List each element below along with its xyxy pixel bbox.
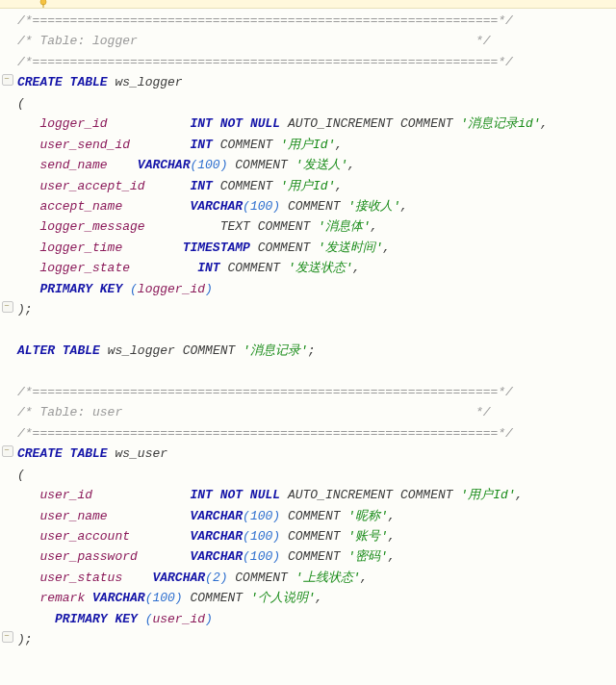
kw-varchar: VARCHAR bbox=[152, 571, 205, 585]
table-name: ws_user bbox=[115, 446, 167, 461]
kw-comment: COMMENT bbox=[183, 343, 236, 358]
table-name: ws_logger bbox=[108, 343, 175, 358]
num-2: 2 bbox=[213, 571, 220, 585]
col-logger-state: logger_state bbox=[39, 261, 130, 275]
kw-comment: COMMENT bbox=[235, 571, 288, 585]
str-msgid: '消息记录id' bbox=[460, 116, 540, 131]
kw-comment: COMMENT bbox=[258, 241, 311, 255]
kw-varchar: VARCHAR bbox=[92, 591, 145, 605]
kw-varchar: VARCHAR bbox=[138, 158, 191, 172]
kw-comment: COMMENT bbox=[220, 179, 273, 193]
kw-int: INT bbox=[190, 116, 212, 131]
kw-varchar: VARCHAR bbox=[190, 199, 243, 214]
kw-primary: PRIMARY KEY bbox=[55, 612, 138, 626]
kw-int: INT bbox=[197, 261, 219, 275]
kw-text: TEXT bbox=[220, 219, 250, 234]
kw-comment: COMMENT bbox=[190, 591, 243, 605]
divider-comment: /*======================================… bbox=[17, 385, 513, 399]
fold-icon[interactable] bbox=[2, 631, 13, 643]
divider-comment: /*======================================… bbox=[17, 55, 513, 69]
col-user-status: user_status bbox=[39, 571, 122, 585]
num-100: 100 bbox=[250, 549, 272, 564]
kw-comment: COMMENT bbox=[220, 138, 273, 152]
str-table-comment: '消息记录' bbox=[243, 343, 308, 358]
str-receiver: '接收人' bbox=[347, 199, 400, 214]
str-acct: '账号' bbox=[347, 529, 388, 544]
code-editor[interactable]: /*======================================… bbox=[0, 9, 616, 658]
col-logger-time: logger_time bbox=[39, 241, 122, 255]
kw-varchar: VARCHAR bbox=[190, 529, 243, 544]
paren-close: ); bbox=[17, 632, 33, 647]
kw-autoinc: AUTO_INCREMENT bbox=[288, 488, 393, 502]
kw-comment: COMMENT bbox=[288, 509, 341, 523]
kw-comment: COMMENT bbox=[288, 549, 341, 564]
kw-int: INT bbox=[190, 179, 212, 193]
kw-int: INT bbox=[190, 488, 212, 502]
col-accept-name: accept_name bbox=[39, 199, 122, 214]
col-logger-id: logger_id bbox=[39, 116, 107, 131]
kw-comment: COMMENT bbox=[258, 219, 311, 234]
num-100: 100 bbox=[250, 199, 272, 214]
kw-autoinc: AUTO_INCREMENT bbox=[288, 116, 393, 131]
kw-comment: COMMENT bbox=[235, 158, 288, 172]
pk-col: user_id bbox=[152, 612, 205, 626]
str-userid: '用户Id' bbox=[460, 488, 515, 502]
kw-comment: COMMENT bbox=[400, 116, 453, 131]
kw-varchar: VARCHAR bbox=[190, 509, 243, 523]
col-logger-msg: logger_message bbox=[39, 219, 144, 234]
divider-comment: /*======================================… bbox=[17, 426, 513, 441]
keyword-create: CREATE TABLE bbox=[17, 446, 108, 461]
str-sendstate: '发送状态' bbox=[288, 261, 353, 275]
editor-top-bar bbox=[0, 0, 616, 9]
str-pwd: '密码' bbox=[347, 549, 388, 564]
col-user-accept: user_accept_id bbox=[39, 179, 144, 193]
kw-varchar: VARCHAR bbox=[190, 549, 243, 564]
num-100: 100 bbox=[250, 529, 272, 544]
table-name: ws_logger bbox=[115, 75, 182, 89]
col-user-name: user_name bbox=[39, 509, 107, 523]
str-userid2: '用户Id' bbox=[280, 179, 335, 193]
paren-close: ); bbox=[17, 302, 33, 317]
table-comment: /* Table: user */ bbox=[17, 405, 490, 419]
fold-icon[interactable] bbox=[2, 74, 13, 86]
num-100: 100 bbox=[152, 591, 174, 605]
pk-col: logger_id bbox=[138, 282, 205, 296]
str-userid: '用户Id' bbox=[280, 138, 335, 152]
str-remark: '个人说明' bbox=[250, 591, 316, 605]
kw-notnull: NOT NULL bbox=[220, 488, 280, 502]
col-user-password: user_password bbox=[39, 549, 137, 564]
col-user-send: user_send_id bbox=[39, 138, 130, 152]
kw-primary: PRIMARY KEY bbox=[39, 282, 122, 296]
str-msgbody: '消息体' bbox=[318, 219, 371, 234]
num-100: 100 bbox=[250, 509, 272, 523]
str-sendtime: '发送时间' bbox=[318, 241, 383, 255]
kw-int: INT bbox=[190, 138, 212, 152]
kw-comment: COMMENT bbox=[400, 488, 453, 502]
col-remark: remark bbox=[39, 591, 85, 605]
str-status: '上线状态' bbox=[295, 571, 361, 585]
table-comment: /* Table: logger */ bbox=[17, 34, 490, 48]
kw-comment: COMMENT bbox=[227, 261, 280, 275]
keyword-create: CREATE TABLE bbox=[17, 75, 108, 89]
kw-notnull: NOT NULL bbox=[220, 116, 280, 131]
fold-icon[interactable] bbox=[2, 301, 13, 313]
col-user-account: user_account bbox=[39, 529, 130, 544]
paren-open: ( bbox=[17, 96, 25, 111]
kw-comment: COMMENT bbox=[288, 529, 341, 544]
str-sender: '发送人' bbox=[295, 158, 348, 172]
num-100: 100 bbox=[197, 158, 219, 172]
pin-icon bbox=[38, 0, 48, 8]
paren-open: ( bbox=[17, 468, 25, 482]
str-nick: '昵称' bbox=[347, 509, 388, 523]
col-send-name: send_name bbox=[39, 158, 107, 172]
divider-comment: /*======================================… bbox=[17, 13, 513, 28]
kw-comment: COMMENT bbox=[288, 199, 341, 214]
keyword-alter: ALTER TABLE bbox=[17, 343, 100, 358]
col-user-id: user_id bbox=[39, 488, 92, 502]
kw-timestamp: TIMESTAMP bbox=[183, 241, 250, 255]
fold-icon[interactable] bbox=[2, 445, 13, 457]
